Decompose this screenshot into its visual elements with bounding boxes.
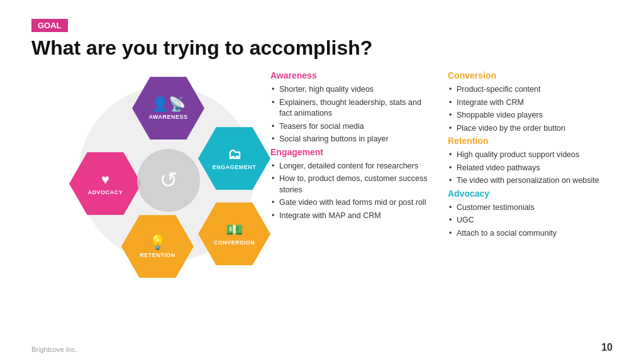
diagram-area: 👤📡 AWARENESS 🗂 ENGAGEMENT 💵 CONVERSION 💡 [31,70,270,284]
list-item: Explainers, thought leadership, stats an… [270,97,435,119]
goal-badge: GOAL [31,19,68,32]
list-item: Longer, detailed content for researchers [270,161,435,172]
list-item: How to, product demos, customer success … [270,173,435,195]
text-area: Awareness Shorter, high quality videos E… [270,70,613,241]
awareness-bullet-list: Shorter, high quality videos Explainers,… [270,84,435,145]
list-item: Shorter, high quality videos [270,84,435,96]
conversion-section-title: Conversion [448,70,613,80]
list-item: Social sharing buttons in player [270,134,435,145]
brand-label: Brightcove Inc. [31,346,77,353]
list-item: Place video by the order button [448,123,613,134]
retention-bullet-list: High quality product support videos Rela… [448,150,613,187]
right-column: Conversion Product-specific content Inte… [448,70,613,241]
list-item: Customer testimonials [448,202,613,214]
center-refresh-icon: ↺ [137,149,200,212]
engagement-section-title: Engagement [270,147,435,157]
list-item: UGC [448,215,613,226]
conversion-section: Conversion Product-specific content Inte… [448,70,613,134]
content-area: 👤📡 AWARENESS 🗂 ENGAGEMENT 💵 CONVERSION 💡 [31,70,613,284]
list-item: High quality product support videos [448,150,613,161]
advocacy-section: Advocacy Customer testimonials UGC Attac… [448,189,613,239]
engagement-label: ENGAGEMENT [213,164,257,171]
left-column: Awareness Shorter, high quality videos E… [270,70,435,241]
awareness-section: Awareness Shorter, high quality videos E… [270,70,435,145]
page: GOAL What are you trying to accomplish? … [0,0,644,362]
awareness-label: AWARENESS [148,114,187,121]
list-item: Related video pathways [448,163,613,174]
engagement-bullet-list: Longer, detailed content for researchers… [270,161,435,222]
advocacy-bullet-list: Customer testimonials UGC Attach to a so… [448,202,613,239]
list-item: Tie video with personalization on websit… [448,175,613,187]
list-item: Shoppable video players [448,110,613,121]
engagement-section: Engagement Longer, detailed content for … [270,147,435,222]
list-item: Product-specific content [448,84,613,96]
retention-section: Retention High quality product support v… [448,136,613,187]
retention-icon: 💡 [149,234,166,251]
conversion-label: CONVERSION [214,239,255,246]
page-title: What are you trying to accomplish? [31,37,613,59]
list-item: Gate video with lead forms mid or post r… [270,197,435,209]
list-item: Attach to a social community [448,228,613,239]
awareness-icon: 👤📡 [152,96,186,112]
list-item: Integrate with CRM [448,97,613,109]
retention-label: RETENTION [140,252,175,259]
awareness-section-title: Awareness [270,70,435,80]
conversion-icon: 💵 [226,222,243,238]
retention-section-title: Retention [448,136,613,146]
advocacy-section-title: Advocacy [448,189,613,199]
advocacy-label: ADVOCACY [88,189,123,196]
footer: Brightcove Inc. 10 [31,342,613,353]
list-item: Teasers for social media [270,121,435,133]
advocacy-icon: ♥ [101,172,109,188]
conversion-bullet-list: Product-specific content Integrate with … [448,84,613,134]
engagement-icon: 🗂 [228,146,242,163]
list-item: Integrate with MAP and CRM [270,211,435,222]
page-number: 10 [601,342,613,353]
